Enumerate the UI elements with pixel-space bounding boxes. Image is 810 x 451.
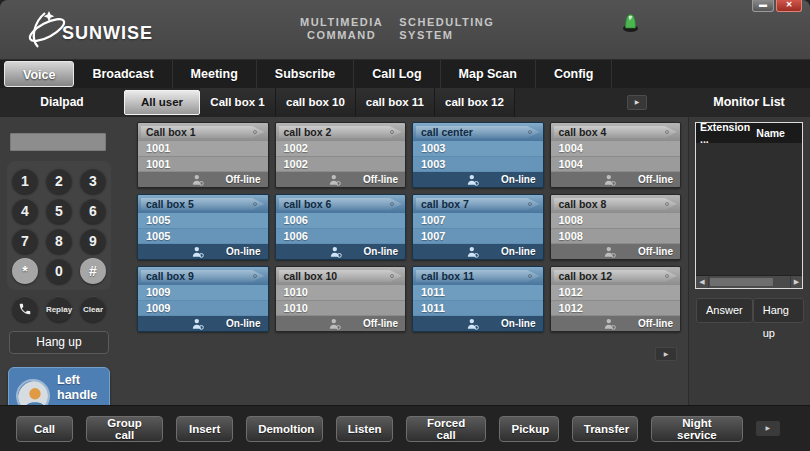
person-status-icon bbox=[192, 174, 204, 186]
action-button[interactable]: Transfer bbox=[572, 416, 638, 442]
minimize-button[interactable]: ▬ bbox=[752, 0, 774, 12]
callbox-status: On-line bbox=[501, 174, 535, 185]
dialpad-key[interactable]: 1 bbox=[12, 168, 38, 194]
callbox-extension: 1002 bbox=[276, 141, 406, 157]
dialpad-keys: 123456789*0# bbox=[7, 161, 111, 290]
callbox-card[interactable]: Call box 1 1001 1001 Off-line bbox=[137, 122, 269, 188]
group-tab[interactable]: Call box 1 bbox=[200, 88, 276, 117]
handle-name: Left handle bbox=[57, 373, 102, 403]
tabs-next-arrow-icon[interactable]: ▶ bbox=[627, 95, 647, 110]
dial-call-button[interactable] bbox=[12, 296, 38, 322]
callbox-extension: 1007 bbox=[413, 213, 543, 229]
close-button[interactable]: ✕ bbox=[776, 0, 802, 12]
dialpad-key[interactable]: 4 bbox=[12, 198, 38, 224]
callbox-footer: On-line bbox=[413, 244, 543, 259]
callbox-extension: 1001 bbox=[138, 141, 268, 157]
main-menu: VoiceBroadcastMeetingSubscribeCall LogMa… bbox=[0, 60, 810, 88]
group-tab[interactable]: All user bbox=[124, 90, 200, 115]
callbox-header: call box 11 bbox=[413, 267, 543, 285]
brand-logo: SUNWISE bbox=[24, 6, 153, 52]
monitor-buttons: Answer Hang up bbox=[689, 298, 810, 323]
callbox-card[interactable]: call box 10 1010 1010 Off-line bbox=[275, 266, 407, 332]
grid-next-page-arrow-icon[interactable]: ▶ bbox=[655, 347, 677, 361]
dialpad-key[interactable]: # bbox=[80, 258, 106, 284]
callbox-card[interactable]: call box 2 1002 1002 Off-line bbox=[275, 122, 407, 188]
callbox-card[interactable]: call box 8 1008 1008 Off-line bbox=[550, 194, 682, 260]
action-button[interactable]: Demoltion bbox=[246, 416, 323, 442]
callbox-card[interactable]: call box 5 1005 1005 On-line bbox=[137, 194, 269, 260]
menu-tab[interactable]: Meeting bbox=[173, 60, 257, 88]
scrollbar-thumb[interactable] bbox=[710, 278, 773, 286]
callbox-footer: On-line bbox=[138, 244, 268, 259]
clear-button[interactable]: Clear bbox=[80, 296, 106, 322]
banner-dot-icon bbox=[253, 274, 257, 278]
banner-dot-icon bbox=[665, 274, 669, 278]
action-button[interactable]: Insert bbox=[176, 416, 233, 442]
monitor-table-body[interactable] bbox=[696, 143, 802, 275]
callbox-card[interactable]: call box 4 1004 1004 Off-line bbox=[550, 122, 682, 188]
top-bar: SUNWISE MULTIMEDIA SCHEDULTING COMMAND S… bbox=[0, 0, 810, 60]
callbox-card[interactable]: call box 11 1011 1011 On-line bbox=[412, 266, 544, 332]
callbox-card[interactable]: call center 1003 1003 On-line bbox=[412, 122, 544, 188]
menu-tab[interactable]: Subscribe bbox=[257, 60, 354, 88]
group-tab[interactable]: call box 11 bbox=[356, 88, 435, 117]
title-word: COMMAND bbox=[300, 29, 383, 41]
action-button[interactable]: Night service bbox=[651, 416, 743, 442]
replay-button[interactable]: Replay bbox=[46, 296, 72, 322]
action-button[interactable]: Forced call bbox=[406, 416, 487, 442]
monitor-hangup-button[interactable]: Hang up bbox=[753, 298, 804, 323]
dialpad-key[interactable]: 8 bbox=[46, 228, 72, 254]
column-extension: Extension ... bbox=[700, 121, 756, 145]
callbox-status: Off-line bbox=[226, 174, 261, 185]
menu-tab[interactable]: Map Scan bbox=[441, 60, 536, 88]
dialpad-key[interactable]: 5 bbox=[46, 198, 72, 224]
callbox-extension: 1003 bbox=[413, 141, 543, 157]
action-button[interactable]: Listen bbox=[336, 416, 393, 442]
banner-dot-icon bbox=[528, 130, 532, 134]
dialpad-key[interactable]: 0 bbox=[46, 258, 72, 284]
action-button[interactable]: Group call bbox=[86, 416, 163, 442]
dialpad-key[interactable]: 3 bbox=[80, 168, 106, 194]
menu-tab[interactable]: Call Log bbox=[354, 60, 440, 88]
callbox-status: Off-line bbox=[638, 318, 673, 329]
callbox-card[interactable]: call box 9 1009 1009 On-line bbox=[137, 266, 269, 332]
scroll-left-icon[interactable]: ◀ bbox=[696, 276, 708, 288]
dialpad-key[interactable]: * bbox=[12, 258, 38, 284]
menu-tab[interactable]: Config bbox=[536, 60, 613, 88]
scroll-right-icon[interactable]: ▶ bbox=[790, 276, 802, 288]
callbox-card[interactable]: call box 7 1007 1007 On-line bbox=[412, 194, 544, 260]
dialpad-key[interactable]: 9 bbox=[80, 228, 106, 254]
callbox-display-name: 1002 bbox=[276, 157, 406, 173]
callbox-display-name: 1004 bbox=[551, 157, 681, 173]
hangup-button[interactable]: Hang up bbox=[9, 331, 109, 354]
dialpad-key[interactable]: 2 bbox=[46, 168, 72, 194]
callbox-header: call box 5 bbox=[138, 195, 268, 213]
callbox-footer: Off-line bbox=[138, 172, 268, 187]
action-button[interactable]: Pickup bbox=[499, 416, 558, 442]
dialpad-key[interactable]: 7 bbox=[12, 228, 38, 254]
actions-next-arrow-icon[interactable]: ▶ bbox=[756, 421, 780, 436]
callbox-card[interactable]: call box 6 1006 1006 On-line bbox=[275, 194, 407, 260]
action-button[interactable]: Call bbox=[16, 416, 73, 442]
answer-button[interactable]: Answer bbox=[696, 298, 753, 323]
group-tab[interactable]: call box 12 bbox=[435, 88, 515, 117]
scrollbar-track[interactable] bbox=[708, 276, 790, 288]
callbox-name: call box 12 bbox=[559, 270, 613, 282]
banner-dot-icon bbox=[665, 202, 669, 206]
callbox-name: call box 11 bbox=[421, 270, 474, 282]
callbox-extension: 1011 bbox=[413, 285, 543, 301]
callbox-card[interactable]: call box 12 1012 1012 Off-line bbox=[550, 266, 682, 332]
callbox-header: call box 7 bbox=[413, 195, 543, 213]
horizontal-scrollbar[interactable]: ◀ ▶ bbox=[696, 275, 802, 288]
callbox-name: call box 10 bbox=[284, 270, 338, 282]
menu-tab[interactable]: Voice bbox=[4, 61, 74, 87]
window-controls: ▬ ✕ bbox=[752, 0, 802, 12]
callbox-display-name: 1005 bbox=[138, 229, 268, 245]
menu-tab[interactable]: Broadcast bbox=[74, 60, 172, 88]
dial-number-input[interactable] bbox=[10, 133, 106, 151]
callbox-status: On-line bbox=[501, 318, 535, 329]
dialpad-key[interactable]: 6 bbox=[80, 198, 106, 224]
callbox-header: call box 6 bbox=[276, 195, 406, 213]
sub-nav: Dialpad All userCall box 1call box 10cal… bbox=[0, 88, 810, 117]
group-tab[interactable]: call box 10 bbox=[276, 88, 356, 117]
